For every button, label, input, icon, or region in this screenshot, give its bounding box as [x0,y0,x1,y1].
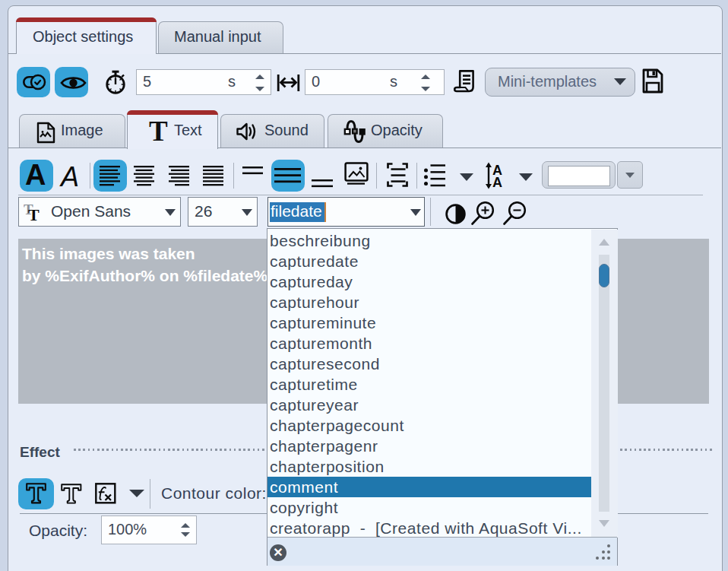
svg-text:T: T [28,205,40,224]
svg-text:A: A [492,175,502,189]
